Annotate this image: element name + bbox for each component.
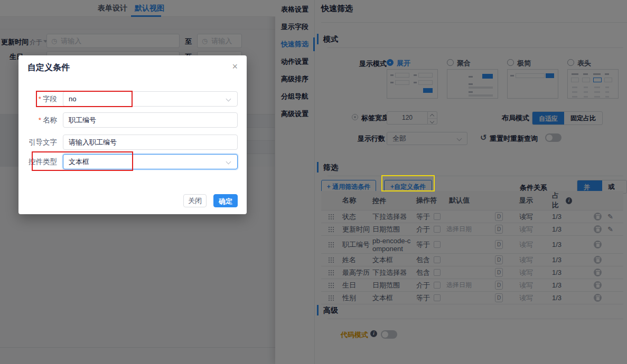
chevron-down-icon [226, 97, 231, 102]
app-root: 表单设计 默认视图 更新时间 介于 ◷请输入 至 ◷请输入 生日 ▦ 至 ▦ 表… [0, 0, 627, 364]
name-input[interactable]: 职工编号 [63, 112, 238, 128]
chevron-down-icon [226, 159, 231, 165]
dialog-title: 自定义条件 [27, 62, 70, 73]
field-select[interactable]: no [63, 91, 238, 107]
name-label: *名称 [18, 116, 57, 125]
close-icon[interactable]: × [232, 62, 238, 71]
required-asterisk: * [39, 95, 41, 103]
guide-text-label: 引导文字 [18, 138, 57, 147]
confirm-button[interactable]: 确定 [213, 194, 238, 207]
guide-text-input[interactable]: 请输入职工编号 [63, 135, 238, 150]
custom-condition-dialog: 自定义条件 × *字段 no *名称 职工编号 引导文字 请输入职工编号 控件类… [18, 55, 247, 214]
control-type-label: 控件类型 [18, 157, 57, 167]
close-button[interactable]: 关闭 [183, 194, 207, 207]
field-label: *字段 [18, 94, 57, 104]
control-type-select[interactable]: 文本框 [63, 154, 238, 169]
required-asterisk: * [39, 116, 41, 124]
